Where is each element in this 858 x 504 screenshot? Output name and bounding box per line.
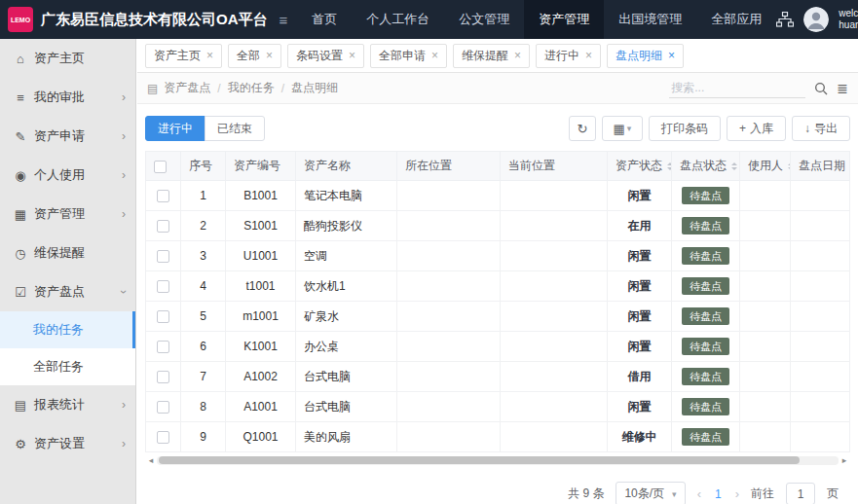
chevron-right-icon: ›: [122, 207, 126, 221]
tab-close-icon[interactable]: ×: [668, 49, 675, 62]
list-settings-icon[interactable]: ≣: [837, 81, 848, 96]
top-nav-item[interactable]: 资产管理: [524, 0, 604, 39]
current-location-cell: [501, 241, 608, 271]
location-cell: [397, 181, 501, 211]
asset-status-text: 闲置: [628, 340, 652, 353]
inbound-button[interactable]: + 入库: [727, 116, 786, 141]
top-nav-item[interactable]: 公文管理: [444, 0, 524, 39]
row-checkbox[interactable]: [157, 401, 169, 414]
export-button[interactable]: ↓ 导出: [792, 116, 850, 141]
asset-name-cell: 矿泉水: [296, 302, 397, 332]
top-nav-item[interactable]: 出国境管理: [604, 0, 696, 39]
breadcrumb-item[interactable]: 资产盘点: [164, 80, 210, 96]
avatar[interactable]: [803, 7, 829, 32]
sidebar-item[interactable]: ☑资产盘点›: [0, 272, 135, 311]
row-checkbox[interactable]: [157, 220, 169, 233]
tab-close-icon[interactable]: ×: [349, 49, 355, 62]
current-location-cell: [501, 181, 608, 211]
table-row: 4t1001饮水机1闲置待盘点: [146, 271, 850, 302]
sidebar-subitem[interactable]: 我的任务: [0, 311, 135, 348]
sort-icon[interactable]: [731, 162, 737, 170]
tab-close-icon[interactable]: ×: [585, 49, 592, 62]
asset-code-cell: A1001: [226, 392, 296, 422]
tab-close-icon[interactable]: ×: [266, 49, 273, 62]
tab[interactable]: 全部×: [228, 44, 281, 68]
column-settings-button[interactable]: ▦ ▾: [602, 116, 643, 141]
scrollbar-track[interactable]: [157, 456, 839, 465]
user-cell: [740, 241, 791, 271]
sidebar-item[interactable]: ▤报表统计›: [0, 385, 135, 424]
scroll-right-icon[interactable]: ▸: [839, 455, 850, 465]
sidebar-subitem[interactable]: 全部任务: [0, 348, 135, 385]
goto-page-input[interactable]: [786, 483, 815, 504]
sidebar-item[interactable]: ⚙资产设置›: [0, 424, 135, 463]
tab-close-icon[interactable]: ×: [206, 49, 213, 62]
prev-page-button[interactable]: ‹: [697, 486, 701, 501]
tab-close-icon[interactable]: ×: [514, 49, 521, 62]
chevron-right-icon: ›: [122, 90, 126, 104]
apply-icon: ✎: [12, 129, 29, 144]
pagination-bar: 共 9 条 10条/页 ▾ ‹ 1 › 前往 页: [145, 466, 850, 504]
breadcrumb-icon: ▤: [147, 82, 158, 95]
welcome-user[interactable]: welcome huangduo: [839, 8, 858, 32]
print-barcode-button[interactable]: 打印条码: [649, 116, 721, 141]
search-input[interactable]: [669, 78, 805, 98]
column-header: 当前位置: [501, 152, 608, 181]
current-location-cell: [501, 332, 608, 362]
check-status-cell: 待盘点: [672, 271, 740, 302]
row-checkbox[interactable]: [157, 431, 169, 444]
breadcrumb-item[interactable]: 我的任务: [228, 80, 275, 96]
tab[interactable]: 全部申请×: [370, 44, 447, 68]
sidebar-item[interactable]: ≡我的审批›: [0, 78, 135, 117]
table-row: 1B1001笔记本电脑闲置待盘点: [146, 181, 850, 211]
location-cell: [397, 422, 501, 452]
tab[interactable]: 进行中×: [536, 44, 601, 68]
breadcrumb: 资产盘点/我的任务/盘点明细: [164, 80, 338, 96]
scroll-left-icon[interactable]: ◂: [145, 455, 157, 465]
column-header: 资产状态: [608, 152, 672, 181]
refresh-button[interactable]: ↻: [569, 116, 596, 141]
tab[interactable]: 条码设置×: [287, 44, 364, 68]
sidebar: ⌂资产主页≡我的审批›✎资产申请›◉个人使用›▦资产管理›◷维保提醒☑资产盘点›…: [0, 39, 136, 504]
location-cell: [397, 362, 501, 392]
next-page-button[interactable]: ›: [735, 486, 739, 501]
top-nav-item[interactable]: 个人工作台: [352, 0, 444, 39]
current-page[interactable]: 1: [713, 487, 724, 501]
export-icon: ↓: [804, 122, 810, 135]
sidebar-item[interactable]: ◷维保提醒: [0, 234, 135, 272]
row-checkbox[interactable]: [157, 250, 169, 263]
sort-down-icon: [667, 167, 672, 170]
sidebar-item[interactable]: ⌂资产主页: [0, 39, 135, 78]
row-checkbox[interactable]: [157, 190, 169, 202]
sidebar-item[interactable]: ▦资产管理›: [0, 195, 135, 234]
menu-toggle-icon[interactable]: ≡: [280, 12, 288, 28]
user-cell: [740, 392, 791, 422]
status-filter-button[interactable]: 进行中: [145, 116, 205, 141]
org-chart-icon[interactable]: [776, 12, 794, 27]
asset-name-cell: 饮水机1: [296, 271, 397, 302]
sort-down-icon: [731, 167, 737, 170]
page-size-select[interactable]: 10条/页 ▾: [616, 482, 685, 504]
row-checkbox[interactable]: [157, 310, 169, 323]
search-icon[interactable]: [814, 82, 828, 95]
row-checkbox[interactable]: [157, 280, 169, 293]
asset-status-text: 维修中: [622, 430, 657, 444]
tab[interactable]: 资产主页×: [145, 44, 222, 68]
scrollbar-thumb[interactable]: [159, 456, 800, 464]
check-status-cell: 待盘点: [672, 332, 740, 362]
top-nav-item[interactable]: 首页: [297, 0, 352, 39]
sidebar-item[interactable]: ◉个人使用›: [0, 156, 135, 195]
top-nav-item[interactable]: 全部应用: [696, 0, 776, 39]
home-icon: ⌂: [12, 52, 29, 66]
breadcrumb-item[interactable]: 盘点明细: [291, 80, 338, 96]
tab[interactable]: 盘点明细×: [607, 44, 684, 68]
row-checkbox[interactable]: [157, 341, 169, 353]
sort-icon[interactable]: [667, 162, 672, 170]
tab[interactable]: 维保提醒×: [453, 44, 530, 68]
status-filter-button[interactable]: 已结束: [205, 116, 265, 141]
row-checkbox[interactable]: [157, 371, 169, 383]
sidebar-item[interactable]: ✎资产申请›: [0, 117, 135, 156]
select-all-checkbox[interactable]: [154, 161, 167, 173]
tab-close-icon[interactable]: ×: [431, 49, 438, 62]
horizontal-scrollbar[interactable]: ◂ ▸: [145, 454, 850, 466]
